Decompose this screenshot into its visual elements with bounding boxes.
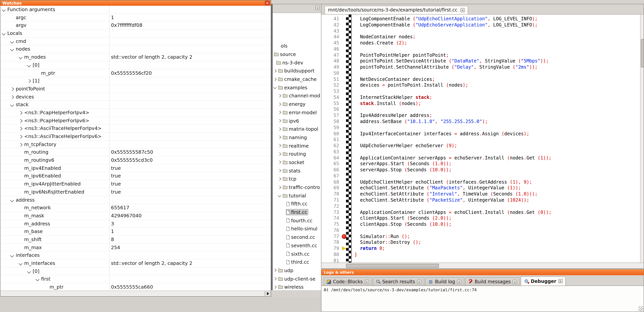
log-tab-search-results[interactable]: Search results xyxy=(373,278,424,286)
chevron-right-icon[interactable] xyxy=(278,144,281,147)
watch-row-locals[interactable]: Locals xyxy=(0,29,271,37)
editor-vertical-scrollbar[interactable] xyxy=(640,14,644,263)
chevron-down-icon[interactable] xyxy=(2,32,6,35)
chevron-down-icon[interactable] xyxy=(27,63,31,67)
watch-row-0[interactable]: [0] xyxy=(0,61,271,69)
chevron-right-icon[interactable] xyxy=(278,103,281,106)
tree-item-fifth-cc[interactable]: fifth.cc xyxy=(273,200,321,208)
watch-row-m-routing[interactable]: m_routing0x555555587c50 xyxy=(0,149,271,156)
chevron-right-icon[interactable] xyxy=(278,177,281,180)
chevron-right-icon[interactable] xyxy=(18,111,22,115)
close-icon[interactable] xyxy=(365,280,369,284)
watch-row-m-interfaces[interactable]: m_interfacesstd::vector of length 2, cap… xyxy=(0,260,271,267)
chevron-down-icon[interactable] xyxy=(10,103,14,107)
code-line-53[interactable]: 53 xyxy=(322,89,640,95)
watch-row-m-ipv6enabled[interactable]: m_ipv6Enabledtrue xyxy=(0,172,271,180)
watch-row-ns3-pcaphelperforipv6[interactable]: <ns3::PcapHelperForIpv6> xyxy=(0,117,271,125)
watch-row-0[interactable]: [0] xyxy=(0,267,271,275)
watch-row-function-arguments[interactable]: Function arguments xyxy=(0,6,271,14)
close-icon[interactable] xyxy=(265,1,270,5)
scrollbar-thumb[interactable] xyxy=(641,39,644,67)
chevron-right-icon[interactable] xyxy=(10,87,14,91)
project-tree-titlebar[interactable] xyxy=(273,4,321,13)
chevron-right-icon[interactable] xyxy=(278,94,281,97)
close-icon[interactable] xyxy=(513,280,517,284)
code-line-44[interactable]: 44 NodeContainer nodes; xyxy=(322,34,640,40)
log-tab-code-blocks[interactable]: Code::Blocks xyxy=(324,278,372,286)
log-tab-build-log[interactable]: ⚙Build log xyxy=(425,278,464,286)
close-icon[interactable] xyxy=(417,280,421,284)
watch-row-m-ptr[interactable]: m_ptr0x5555555ca660 xyxy=(0,283,271,291)
code-line-70[interactable]: 70 echoClient.SetAttribute ("Interval", … xyxy=(322,191,640,197)
tree-item-wireless[interactable]: wireless xyxy=(273,283,321,290)
code-line-81[interactable]: 81 xyxy=(322,258,640,263)
code-line-49[interactable]: 49 pointToPoint.SetChannelAttribute ("De… xyxy=(322,64,640,71)
code-line-60[interactable]: 60 Ipv4InterfaceContainer interfaces = a… xyxy=(322,131,640,137)
watch-row-m-nodes[interactable]: m_nodesstd::vector of length 2, capacity… xyxy=(0,53,271,61)
editor-horizontal-scrollbar[interactable] xyxy=(322,263,644,268)
chevron-right-icon[interactable] xyxy=(274,78,277,81)
chevron-right-icon[interactable] xyxy=(278,136,281,139)
watch-row-ns3-pcaphelperforipv4[interactable]: <ns3::PcapHelperForIpv4> xyxy=(0,109,271,117)
code-line-68[interactable]: 68 UdpEchoClientHelper echoClient (inter… xyxy=(322,179,640,185)
chevron-down-icon[interactable] xyxy=(278,194,281,197)
watch-row-argc[interactable]: argc1 xyxy=(0,14,271,21)
code-line-61[interactable]: 61 xyxy=(322,137,640,143)
watch-row-m-ptr[interactable]: m_ptr0x55555556cf20 xyxy=(0,69,271,77)
chevron-right-icon[interactable] xyxy=(274,285,277,289)
code-line-58[interactable]: 58 address.SetBase ("10.1.1.0", "255.255… xyxy=(322,119,640,125)
watch-row-1[interactable]: [1] xyxy=(0,77,271,85)
code-line-45[interactable]: 45 nodes.Create (2); xyxy=(322,40,640,46)
code-line-42[interactable]: 42 LogComponentEnable ("UdpEchoServerApp… xyxy=(322,22,640,28)
chevron-right-icon[interactable] xyxy=(278,111,281,114)
chevron-right-icon[interactable] xyxy=(278,152,281,156)
watch-row-m-max[interactable]: m_max254 xyxy=(0,244,271,251)
log-tab-build-messages[interactable]: Build messages xyxy=(465,278,520,286)
tree-item-tcp[interactable]: tcp xyxy=(273,175,321,183)
code-line-54[interactable]: 54 InternetStackHelper stack; xyxy=(322,95,640,101)
chevron-right-icon[interactable] xyxy=(274,69,277,72)
close-icon[interactable] xyxy=(315,6,320,10)
tree-item-stats[interactable]: stats xyxy=(273,166,321,175)
chevron-down-icon[interactable] xyxy=(10,40,14,43)
watch-row-ns3-asciitracehelperforipv4[interactable]: <ns3::AsciiTraceHelperForIpv4> xyxy=(0,125,271,133)
code-line-48[interactable]: 48 pointToPoint.SetDeviceAttribute ("Dat… xyxy=(322,58,640,65)
tree-item-error-model[interactable]: error-model xyxy=(273,108,321,117)
code-line-73[interactable]: 73 ApplicationContainer clientApps = ech… xyxy=(322,209,640,216)
tree-item-first-cc[interactable]: first.cc xyxy=(273,208,321,216)
code-line-80[interactable]: 80} xyxy=(322,252,640,258)
code-line-55[interactable]: 55 stack.Install (nodes); xyxy=(322,101,640,107)
code-area[interactable]: 41 LogComponentEnable ("UdpEchoClientApp… xyxy=(322,14,644,263)
code-line-59[interactable]: 59 xyxy=(322,125,640,131)
tree-item-examples[interactable]: examples xyxy=(273,83,321,92)
log-tab-debugger[interactable]: ⚙Debugger xyxy=(521,276,566,286)
code-line-77[interactable]: 77 Simulator::Run (); xyxy=(322,234,640,240)
watch-row-ns3-asciitracehelperforipv6[interactable]: <ns3::AsciiTraceHelperForIpv6> xyxy=(0,133,271,141)
logs-panel-titlebar[interactable]: Logs & others xyxy=(322,270,644,275)
chevron-down-icon[interactable] xyxy=(10,47,14,51)
chevron-down-icon[interactable] xyxy=(10,198,14,202)
watch-row-stack[interactable]: stack xyxy=(0,101,271,109)
code-line-69[interactable]: 69 echoClient.SetAttribute ("MaxPackets"… xyxy=(322,185,640,191)
tree-item-buildsupport[interactable]: buildsupport xyxy=(273,67,321,75)
tree-item-ipv6[interactable]: ipv6 xyxy=(273,117,321,125)
code-line-66[interactable]: 66 serverApps.Stop (Seconds (10.0)); xyxy=(322,167,640,173)
code-line-52[interactable]: 52 devices = pointToPoint.Install (nodes… xyxy=(322,83,640,89)
watch-row-pointtopoint[interactable]: pointToPoint xyxy=(0,85,271,93)
tree-item-second-cc[interactable]: second.cc xyxy=(273,233,321,241)
watch-row-devices[interactable]: devices xyxy=(0,93,271,101)
watch-row-cmd[interactable]: cmd xyxy=(0,37,271,45)
chevron-right-icon[interactable] xyxy=(278,119,281,123)
watch-row-m-ipv6nsrsjitterenabled[interactable]: m_ipv6NsRsJitterEnabledtrue xyxy=(0,188,271,196)
tree-item-matrix-topol[interactable]: matrix-topol xyxy=(273,125,321,133)
chevron-right-icon[interactable] xyxy=(18,119,22,123)
window-resize-grip[interactable] xyxy=(638,306,643,311)
watch-row-m-network[interactable]: m_network655617 xyxy=(0,204,271,212)
tree-item-socket[interactable]: socket xyxy=(273,158,321,166)
code-line-50[interactable]: 50 xyxy=(322,71,640,77)
tree-item-seventh-cc[interactable]: seventh.cc xyxy=(273,241,321,250)
chevron-right-icon[interactable] xyxy=(18,143,22,147)
tree-item-traffic-contro[interactable]: traffic-contro xyxy=(273,183,321,191)
watch-row-m-base[interactable]: m_base1 xyxy=(0,228,271,236)
tree-item-source[interactable]: source xyxy=(273,50,321,58)
